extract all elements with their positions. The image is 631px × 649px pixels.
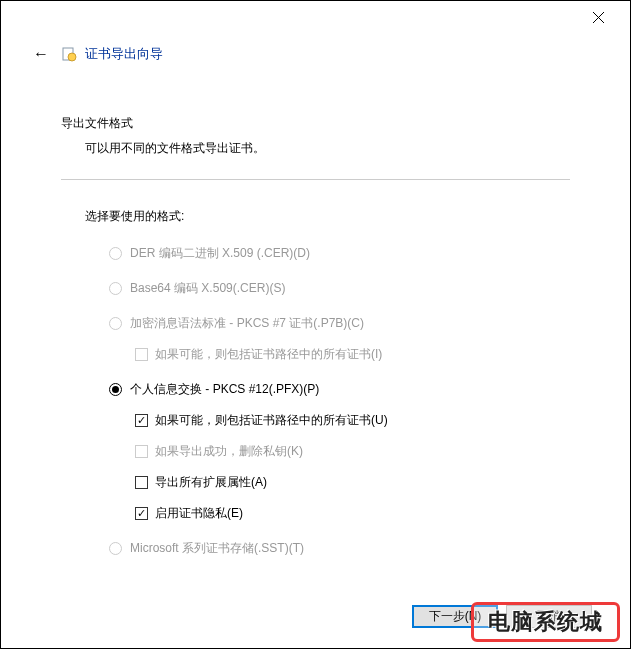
cancel-button[interactable]: 取消 — [506, 605, 592, 628]
svg-point-3 — [68, 53, 76, 61]
radio-pkcs7: 加密消息语法标准 - PKCS #7 证书(.P7B)(C) — [109, 315, 570, 332]
checkbox-icon — [135, 445, 148, 458]
pkcs7-options: 如果可能，则包括证书路径中的所有证书(I) — [109, 346, 570, 363]
wizard-header: ← 证书导出向导 — [1, 33, 630, 65]
pfx-options: 如果可能，则包括证书路径中的所有证书(U) 如果导出成功，删除私钥(K) 导出所… — [109, 412, 570, 522]
radio-pfx-label: 个人信息交换 - PKCS #12(.PFX)(P) — [130, 381, 319, 398]
format-radio-group: DER 编码二进制 X.509 (.CER)(D) Base64 编码 X.50… — [61, 245, 570, 557]
checkbox-pfx-extprops[interactable]: 导出所有扩展属性(A) — [135, 474, 570, 491]
format-prompt: 选择要使用的格式: — [61, 208, 570, 225]
certificate-wizard-icon — [61, 46, 77, 62]
checkbox-icon — [135, 476, 148, 489]
checkbox-icon-checked — [135, 507, 148, 520]
checkbox-pfx-privacy-label: 启用证书隐私(E) — [155, 505, 243, 522]
checkbox-icon-checked — [135, 414, 148, 427]
next-button[interactable]: 下一步(N) — [412, 605, 498, 628]
section-title: 导出文件格式 — [61, 115, 570, 132]
checkbox-icon — [135, 348, 148, 361]
radio-icon — [109, 542, 122, 555]
radio-der-label: DER 编码二进制 X.509 (.CER)(D) — [130, 245, 310, 262]
back-button[interactable]: ← — [29, 43, 53, 65]
section-description: 可以用不同的文件格式导出证书。 — [61, 140, 570, 157]
radio-base64: Base64 编码 X.509(.CER)(S) — [109, 280, 570, 297]
checkbox-pkcs7-include: 如果可能，则包括证书路径中的所有证书(I) — [135, 346, 570, 363]
checkbox-pfx-delete-label: 如果导出成功，删除私钥(K) — [155, 443, 303, 460]
checkbox-pfx-include[interactable]: 如果可能，则包括证书路径中的所有证书(U) — [135, 412, 570, 429]
close-icon — [593, 12, 604, 23]
divider — [61, 179, 570, 180]
radio-pkcs7-label: 加密消息语法标准 - PKCS #7 证书(.P7B)(C) — [130, 315, 364, 332]
radio-der: DER 编码二进制 X.509 (.CER)(D) — [109, 245, 570, 262]
wizard-title: 证书导出向导 — [85, 45, 163, 63]
radio-icon — [109, 247, 122, 260]
checkbox-pfx-extprops-label: 导出所有扩展属性(A) — [155, 474, 267, 491]
radio-sst: Microsoft 系列证书存储(.SST)(T) — [109, 540, 570, 557]
radio-icon — [109, 317, 122, 330]
close-button[interactable] — [578, 3, 618, 31]
radio-sst-label: Microsoft 系列证书存储(.SST)(T) — [130, 540, 304, 557]
radio-icon-selected — [109, 383, 122, 396]
radio-icon — [109, 282, 122, 295]
wizard-window: ← 证书导出向导 导出文件格式 可以用不同的文件格式导出证书。 选择要使用的格式… — [0, 0, 631, 649]
titlebar — [1, 1, 630, 33]
radio-base64-label: Base64 编码 X.509(.CER)(S) — [130, 280, 285, 297]
checkbox-pfx-delete: 如果导出成功，删除私钥(K) — [135, 443, 570, 460]
checkbox-pkcs7-include-label: 如果可能，则包括证书路径中的所有证书(I) — [155, 346, 382, 363]
checkbox-pfx-include-label: 如果可能，则包括证书路径中的所有证书(U) — [155, 412, 388, 429]
radio-pfx[interactable]: 个人信息交换 - PKCS #12(.PFX)(P) — [109, 381, 570, 398]
wizard-content: 导出文件格式 可以用不同的文件格式导出证书。 选择要使用的格式: DER 编码二… — [1, 65, 630, 557]
checkbox-pfx-privacy[interactable]: 启用证书隐私(E) — [135, 505, 570, 522]
wizard-footer: 下一步(N) 取消 — [412, 605, 592, 628]
